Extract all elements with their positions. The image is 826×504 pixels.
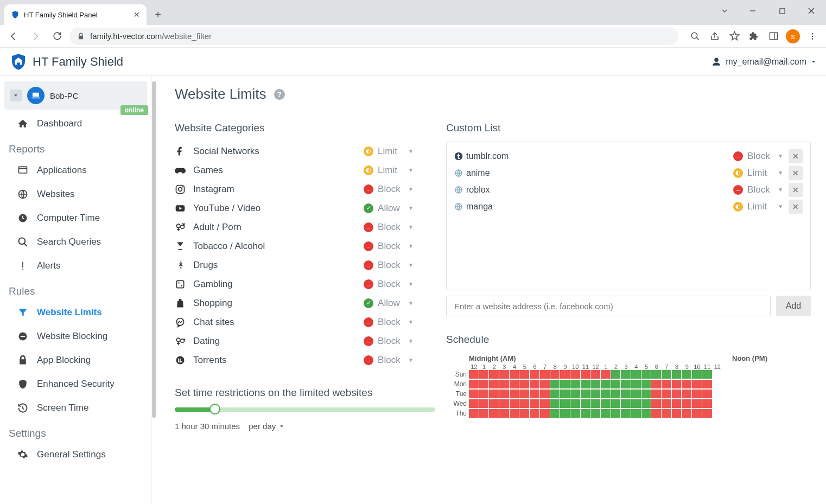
- schedule-cell[interactable]: [611, 380, 621, 388]
- close-window-button[interactable]: [797, 0, 826, 22]
- rule-selector[interactable]: –Block▼: [364, 317, 414, 328]
- schedule-cell[interactable]: [581, 380, 590, 388]
- schedule-cell[interactable]: [499, 390, 509, 398]
- sidebar-item-dashboard[interactable]: Dashboard: [4, 112, 147, 136]
- schedule-cell[interactable]: [479, 370, 489, 379]
- schedule-cell[interactable]: [601, 409, 611, 418]
- schedule-cell[interactable]: [489, 399, 499, 408]
- schedule-cell[interactable]: [489, 370, 499, 379]
- schedule-cell[interactable]: [570, 390, 580, 398]
- schedule-cell[interactable]: [590, 409, 600, 418]
- schedule-cell[interactable]: [662, 399, 671, 408]
- sidebar-item-website-blocking[interactable]: Website Blocking: [4, 324, 147, 348]
- schedule-cell[interactable]: [621, 409, 631, 418]
- sidebar-item-applications[interactable]: Applications: [4, 158, 147, 182]
- schedule-cell[interactable]: [672, 370, 682, 379]
- user-menu[interactable]: my_email@mail.com: [711, 57, 816, 67]
- add-website-input[interactable]: [446, 296, 771, 316]
- schedule-cell[interactable]: [540, 399, 550, 408]
- schedule-cell[interactable]: [651, 409, 661, 418]
- remove-button[interactable]: ✕: [789, 200, 803, 214]
- maximize-button[interactable]: [767, 0, 797, 22]
- share-icon[interactable]: [706, 27, 724, 46]
- rule-selector[interactable]: –Block▼: [364, 336, 414, 347]
- rule-selector[interactable]: –Block▼: [733, 184, 783, 195]
- schedule-cell[interactable]: [682, 390, 691, 398]
- schedule-cell[interactable]: [641, 409, 651, 418]
- schedule-cell[interactable]: [601, 399, 611, 408]
- schedule-cell[interactable]: [692, 380, 702, 388]
- rule-selector[interactable]: –Block▼: [364, 279, 414, 290]
- minimize-button[interactable]: [738, 0, 767, 22]
- scrollbar-thumb[interactable]: [152, 81, 156, 418]
- schedule-cell[interactable]: [519, 380, 529, 388]
- schedule-cell[interactable]: [530, 399, 539, 408]
- slider-thumb[interactable]: [209, 404, 220, 414]
- rule-selector[interactable]: –Block▼: [364, 222, 414, 233]
- back-button[interactable]: [4, 27, 23, 46]
- url-field[interactable]: family.ht-vector.com/website_filter: [69, 28, 678, 45]
- schedule-cell[interactable]: [631, 390, 641, 398]
- schedule-cell[interactable]: [641, 380, 651, 388]
- schedule-grid[interactable]: Midnight (AM) Noon (PM) 1212345678910111…: [446, 354, 811, 418]
- schedule-cell[interactable]: [519, 370, 529, 379]
- zoom-icon[interactable]: [686, 27, 704, 46]
- schedule-cell[interactable]: [499, 380, 509, 388]
- forward-button[interactable]: [26, 27, 45, 46]
- schedule-cell[interactable]: [672, 399, 682, 408]
- schedule-cell[interactable]: [550, 399, 560, 408]
- schedule-cell[interactable]: [540, 380, 550, 388]
- schedule-cell[interactable]: [692, 370, 702, 379]
- menu-icon[interactable]: [803, 27, 822, 46]
- schedule-cell[interactable]: [510, 390, 519, 398]
- help-icon[interactable]: ?: [274, 89, 285, 100]
- schedule-cell[interactable]: [489, 390, 499, 398]
- schedule-cell[interactable]: [621, 370, 631, 379]
- schedule-cell[interactable]: [469, 399, 479, 408]
- sidebar-item-enhanced-security[interactable]: Enhanced Security: [4, 372, 147, 396]
- schedule-cell[interactable]: [540, 390, 550, 398]
- rule-selector[interactable]: ✓Allow▼: [364, 203, 414, 214]
- schedule-cell[interactable]: [641, 370, 651, 379]
- rule-selector[interactable]: ◐Limit▼: [364, 165, 414, 176]
- schedule-cell[interactable]: [682, 370, 691, 379]
- schedule-cell[interactable]: [662, 380, 671, 388]
- schedule-cell[interactable]: [590, 399, 600, 408]
- sidebar-item-website-limits[interactable]: Website Limits: [4, 301, 147, 324]
- device-selector[interactable]: Bob-PC online: [4, 81, 147, 110]
- time-slider[interactable]: [175, 407, 435, 412]
- schedule-cell[interactable]: [499, 399, 509, 408]
- schedule-cell[interactable]: [510, 399, 519, 408]
- schedule-cell[interactable]: [489, 409, 499, 418]
- schedule-cell[interactable]: [631, 370, 641, 379]
- schedule-cell[interactable]: [570, 399, 580, 408]
- schedule-cell[interactable]: [519, 409, 529, 418]
- reload-button[interactable]: [48, 27, 66, 46]
- sidepanel-icon[interactable]: [764, 27, 783, 46]
- schedule-cell[interactable]: [530, 409, 539, 418]
- schedule-cell[interactable]: [662, 390, 671, 398]
- tab-close-icon[interactable]: ✕: [134, 10, 140, 19]
- device-dropdown-button[interactable]: [10, 90, 22, 101]
- profile-button[interactable]: s: [784, 27, 802, 46]
- sidebar-item-search-queries[interactable]: Search Queries: [4, 230, 147, 254]
- brand[interactable]: HT Family Shield: [10, 53, 123, 71]
- schedule-cell[interactable]: [540, 370, 550, 379]
- remove-button[interactable]: ✕: [789, 149, 803, 163]
- schedule-cell[interactable]: [672, 409, 682, 418]
- schedule-cell[interactable]: [601, 380, 611, 388]
- remove-button[interactable]: ✕: [789, 183, 803, 197]
- schedule-cell[interactable]: [570, 409, 580, 418]
- schedule-cell[interactable]: [560, 370, 570, 379]
- browser-tab[interactable]: HT Family Shield Panel ✕: [4, 4, 147, 25]
- schedule-cell[interactable]: [702, 409, 712, 418]
- schedule-cell[interactable]: [631, 409, 641, 418]
- extensions-icon[interactable]: [745, 27, 763, 46]
- schedule-cell[interactable]: [570, 380, 580, 388]
- bookmark-icon[interactable]: [725, 27, 744, 46]
- schedule-cell[interactable]: [621, 390, 631, 398]
- sidebar-item-screen-time[interactable]: Screen Time: [4, 396, 147, 420]
- schedule-cell[interactable]: [581, 390, 590, 398]
- schedule-cell[interactable]: [611, 390, 621, 398]
- sidebar-item-app-blocking[interactable]: App Blocking: [4, 348, 147, 372]
